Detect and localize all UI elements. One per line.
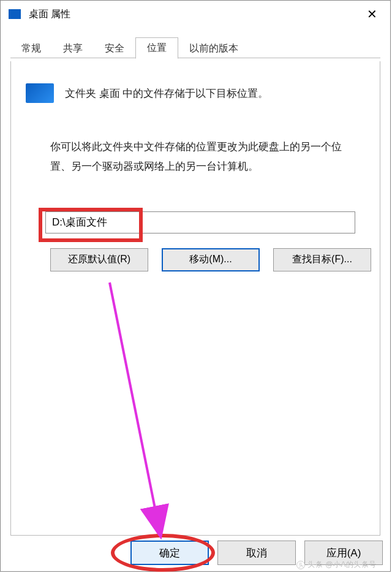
tab-location[interactable]: 位置 xyxy=(135,37,178,59)
ok-button[interactable]: 确定 xyxy=(130,541,209,565)
window-icon xyxy=(8,9,21,20)
restore-default-button[interactable]: 还原默认值(R) xyxy=(50,248,148,271)
desktop-folder-icon xyxy=(26,83,54,103)
tab-previous-versions[interactable]: 以前的版本 xyxy=(178,39,249,59)
tab-sharing[interactable]: 共享 xyxy=(52,39,94,59)
path-area xyxy=(45,211,355,233)
title-bar[interactable]: 桌面 属性 ✕ xyxy=(1,1,390,28)
tab-content-location: 文件夹 桌面 中的文件存储于以下目标位置。 你可以将此文件夹中文件存储的位置更改… xyxy=(10,61,380,536)
intro-row: 文件夹 桌面 中的文件存储于以下目标位置。 xyxy=(26,83,365,103)
intro-text: 文件夹 桌面 中的文件存储于以下目标位置。 xyxy=(65,86,268,101)
find-target-button[interactable]: 查找目标(F)... xyxy=(273,248,371,271)
tab-security[interactable]: 安全 xyxy=(94,39,135,59)
properties-dialog: 桌面 属性 ✕ 常规 共享 安全 位置 以前的版本 文件夹 桌面 中的文件存储于… xyxy=(0,0,391,572)
description-text: 你可以将此文件夹中文件存储的位置更改为此硬盘上的另一个位置、另一个驱动器或网络上… xyxy=(50,137,345,177)
tab-strip: 常规 共享 安全 位置 以前的版本 xyxy=(1,36,390,58)
tab-general[interactable]: 常规 xyxy=(10,39,52,59)
location-path-input[interactable] xyxy=(45,211,355,233)
close-icon: ✕ xyxy=(367,8,377,20)
location-buttons: 还原默认值(R) 移动(M)... 查找目标(F)... xyxy=(50,248,365,271)
window-title: 桌面 属性 xyxy=(29,8,70,21)
cancel-button[interactable]: 取消 xyxy=(217,541,296,565)
watermark-icon: 头 xyxy=(296,561,305,569)
move-button[interactable]: 移动(M)... xyxy=(162,248,260,271)
watermark: 头头条 @小A的头条号 xyxy=(296,560,377,570)
watermark-text: 头条 @小A的头条号 xyxy=(307,560,377,569)
close-button[interactable]: ✕ xyxy=(357,3,386,25)
